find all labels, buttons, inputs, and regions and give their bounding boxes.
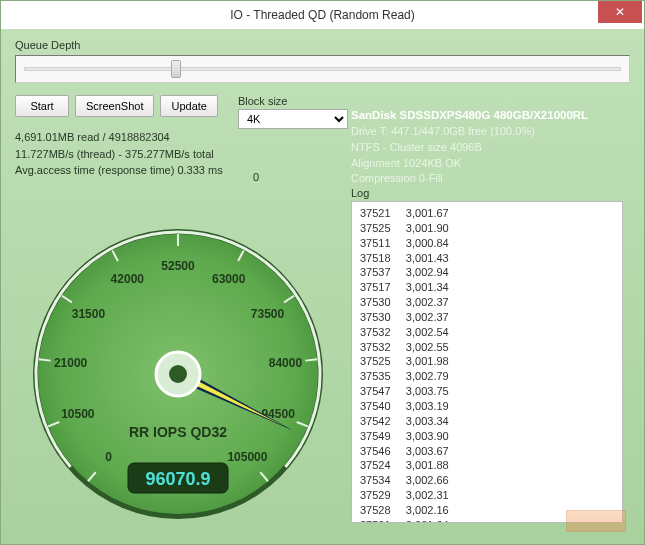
queue-depth-label: Queue Depth	[15, 39, 630, 51]
gauge-svg: 0105002100031500420005250063000735008400…	[23, 219, 333, 529]
gauge-tick-label: 52500	[161, 259, 195, 273]
gauge: 0105002100031500420005250063000735008400…	[23, 219, 333, 529]
queue-depth-slider[interactable]	[24, 67, 621, 71]
drive-alignment: Alignment 1024KB OK	[351, 156, 588, 172]
log-row: 37517 3,001.34	[360, 280, 614, 295]
close-icon: ✕	[615, 5, 625, 19]
log-row: 37529 3,002.31	[360, 488, 614, 503]
titlebar: IO - Threaded QD (Random Read) ✕	[1, 1, 644, 29]
queue-depth-slider-track	[15, 55, 630, 83]
block-size-label: Block size	[238, 95, 348, 107]
svg-line-4	[39, 359, 51, 360]
gauge-label: RR IOPS QD32	[129, 424, 227, 440]
drive-free: Drive T: 447.1/447.0GB free (100.0%)	[351, 124, 588, 140]
gauge-tick-label: 94500	[261, 407, 295, 421]
log-label: Log	[351, 187, 623, 199]
log-row: 37535 3,002.79	[360, 369, 614, 384]
log-row: 37530 3,002.37	[360, 310, 614, 325]
log-row: 37534 3,002.66	[360, 473, 614, 488]
screenshot-button[interactable]: ScreenShot	[75, 95, 154, 117]
log-row: 37518 3,001.43	[360, 251, 614, 266]
log-row: 37549 3,003.90	[360, 429, 614, 444]
gauge-value: 96070.9	[145, 469, 210, 489]
drive-compression: Compression 0-Fill	[351, 171, 588, 187]
log-row: 37530 3,002.37	[360, 295, 614, 310]
drive-title: SanDisk SDSSDXPS480G 480GB/X21000RL	[351, 107, 588, 124]
log-row: 37547 3,003.75	[360, 384, 614, 399]
button-row: Start ScreenShot Update	[15, 95, 218, 117]
update-button[interactable]: Update	[160, 95, 217, 117]
svg-line-10	[305, 359, 317, 360]
gauge-tick-label: 31500	[72, 307, 106, 321]
gauge-tick-label: 10500	[61, 407, 95, 421]
close-button[interactable]: ✕	[598, 1, 642, 23]
gauge-tick-label: 63000	[212, 272, 246, 286]
log-row: 37546 3,003.67	[360, 444, 614, 459]
gauge-tick-label: 73500	[251, 307, 285, 321]
log-box[interactable]: 37521 3,001.6737525 3,001.9037511 3,000.…	[351, 201, 623, 523]
gauge-tick-label: 105000	[227, 450, 267, 464]
log-row: 37542 3,003.34	[360, 414, 614, 429]
log-row: 37532 3,002.54	[360, 325, 614, 340]
svg-point-16	[169, 365, 187, 383]
log-row: 37524 3,001.88	[360, 458, 614, 473]
window-title: IO - Threaded QD (Random Read)	[1, 8, 644, 22]
app-window: IO - Threaded QD (Random Read) ✕ Queue D…	[0, 0, 645, 545]
start-button[interactable]: Start	[15, 95, 69, 117]
log-row: 37540 3,003.19	[360, 399, 614, 414]
content-pane: Queue Depth Start ScreenShot Update Bloc…	[1, 29, 644, 544]
drive-fs: NTFS - Cluster size 4096B	[351, 140, 588, 156]
log-row: 37525 3,001.90	[360, 221, 614, 236]
gauge-tick-label: 21000	[54, 356, 88, 370]
watermark-box	[566, 510, 626, 532]
gauge-tick-label: 42000	[111, 272, 145, 286]
block-size-select[interactable]: 4K	[238, 109, 348, 129]
log-panel: Log 37521 3,001.6737525 3,001.9037511 3,…	[351, 187, 623, 523]
gauge-tick-label: 0	[105, 450, 112, 464]
log-row: 37537 3,002.94	[360, 265, 614, 280]
drive-info: SanDisk SDSSDXPS480G 480GB/X21000RL Driv…	[351, 107, 588, 187]
gauge-tick-label: 84000	[269, 356, 303, 370]
log-row: 37525 3,001.98	[360, 354, 614, 369]
log-row: 37532 3,002.55	[360, 340, 614, 355]
log-row: 37521 3,001.67	[360, 206, 614, 221]
log-row: 37511 3,000.84	[360, 236, 614, 251]
counter-zero: 0	[253, 171, 259, 183]
block-size-group: Block size 4K	[238, 95, 348, 129]
